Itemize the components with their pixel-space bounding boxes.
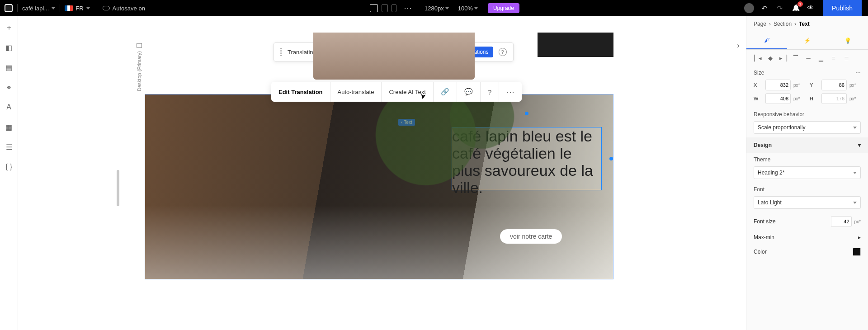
font-size-input[interactable] xyxy=(831,216,852,227)
collapse-icon: ▾ xyxy=(858,142,861,148)
canvas[interactable]: Desktop (Primary) › Translating to: Fren… xyxy=(18,16,746,330)
preview-button[interactable] xyxy=(807,4,816,12)
theme-section: Theme Heading 2* xyxy=(746,153,868,183)
comment-icon[interactable]: 💬 xyxy=(457,82,481,102)
tab-design[interactable]: 🖌 xyxy=(746,32,787,49)
x-label: X xyxy=(754,82,763,88)
align-top-icon[interactable]: ▔ xyxy=(792,54,800,61)
selected-text-element[interactable]: café lapin bleu est le café végétalien l… xyxy=(452,127,602,190)
help-icon[interactable]: ? xyxy=(481,82,499,102)
design-section-header[interactable]: Design ▾ xyxy=(746,137,868,153)
notifications-button[interactable]: 1 xyxy=(792,4,800,12)
site-name-text: café lapi... xyxy=(22,5,49,12)
notification-badge: 1 xyxy=(797,1,803,7)
size-more-icon[interactable]: ⋯ xyxy=(855,70,861,76)
create-ai-text-button[interactable]: Create AI Text xyxy=(382,82,433,102)
divider xyxy=(17,4,18,12)
upgrade-button[interactable]: Upgrade xyxy=(488,3,519,13)
viewport-width-selector[interactable]: 1280px xyxy=(425,5,449,12)
cloud-icon xyxy=(103,6,110,10)
flag-fr-icon xyxy=(65,5,73,11)
page-frame[interactable]: ‹ Text café lapin bleu est le café végét… xyxy=(145,33,613,330)
text-styles-icon[interactable]: A xyxy=(5,103,13,111)
responsive-label: Responsive behavior xyxy=(754,111,804,118)
color-swatch[interactable] xyxy=(853,248,861,256)
divider xyxy=(60,4,60,12)
data-icon[interactable]: ☰ xyxy=(5,143,13,151)
left-rail: ＋ ◧ ▤ ⚭ A ▦ ☰ { } xyxy=(0,16,18,330)
themes-icon[interactable]: ▦ xyxy=(5,123,13,131)
font-select[interactable]: Lato Light xyxy=(754,196,861,209)
panel-tabs: 🖌 ⚡ 💡 xyxy=(746,32,868,50)
align-right-icon[interactable]: ▸▕ xyxy=(779,54,787,61)
alignment-row: ▏◂ ◆ ▸▕ ▔ ─ ▁ ≡ ≣ xyxy=(746,50,868,66)
site-name-dropdown[interactable]: café lapi... xyxy=(22,5,55,12)
mobile-breakpoint-icon[interactable] xyxy=(392,4,396,12)
topbar-right: 1 Publish xyxy=(744,0,868,16)
tab-interactions[interactable]: ⚡ xyxy=(787,32,828,49)
y-input[interactable] xyxy=(821,80,847,90)
theme-select[interactable]: Heading 2* xyxy=(754,166,861,179)
redo-button[interactable] xyxy=(777,4,785,12)
viewport-width-value: 1280px xyxy=(425,5,444,12)
expand-panel-icon[interactable]: › xyxy=(733,41,743,51)
crumb-section[interactable]: Section xyxy=(774,21,792,27)
h-unit[interactable]: px* xyxy=(849,96,863,101)
crumb-text[interactable]: Text xyxy=(799,21,810,27)
chevron-down-icon xyxy=(853,127,857,129)
x-input[interactable] xyxy=(765,80,791,90)
language-selector[interactable]: FR xyxy=(65,5,90,12)
lightning-icon: ⚡ xyxy=(804,38,811,44)
more-options-icon[interactable] xyxy=(499,82,522,102)
font-size-unit[interactable]: px* xyxy=(854,219,861,224)
link-icon[interactable]: 🔗 xyxy=(434,82,457,102)
top-bar: café lapi... FR Autosave on 1280px 100% … xyxy=(0,0,868,16)
chevron-down-icon xyxy=(853,202,857,204)
back-arrow-icon: ‹ xyxy=(401,120,402,125)
maxmin-label: Max-min xyxy=(754,234,774,240)
color-label: Color xyxy=(754,249,767,255)
crumb-page[interactable]: Page xyxy=(754,21,766,27)
element-type-tag[interactable]: ‹ Text xyxy=(398,119,415,126)
autosave-label: Autosave on xyxy=(113,5,145,12)
canvas-resize-handle[interactable] xyxy=(117,170,119,206)
undo-button[interactable] xyxy=(761,4,769,12)
pages-icon[interactable]: ▤ xyxy=(5,63,13,71)
cta-button[interactable]: voir notre carte xyxy=(500,229,562,244)
align-left-icon[interactable]: ▏◂ xyxy=(754,54,762,61)
h-input[interactable] xyxy=(821,93,847,104)
font-size-section: Font size px* xyxy=(746,212,868,231)
code-icon[interactable]: { } xyxy=(5,163,13,171)
h-label: H xyxy=(810,96,819,101)
align-center-h-icon[interactable]: ◆ xyxy=(766,54,774,61)
more-breakpoints-icon[interactable] xyxy=(404,3,412,13)
app-logo-icon[interactable] xyxy=(5,4,13,12)
resize-handle-icon[interactable] xyxy=(609,157,613,160)
tab-ideas[interactable]: 💡 xyxy=(827,32,868,49)
color-section: Color xyxy=(746,244,868,259)
user-avatar-icon[interactable] xyxy=(744,3,754,13)
responsive-select[interactable]: Scale proportionally xyxy=(754,121,861,134)
rotate-handle-icon[interactable] xyxy=(525,112,528,115)
align-center-v-icon[interactable]: ─ xyxy=(804,54,812,61)
auto-translate-button[interactable]: Auto-translate xyxy=(330,82,382,102)
font-section: Font Lato Light xyxy=(746,183,868,212)
y-unit[interactable]: px* xyxy=(849,83,863,88)
tablet-breakpoint-icon[interactable] xyxy=(382,4,388,12)
desktop-breakpoint-icon[interactable] xyxy=(370,4,378,12)
connections-icon[interactable]: ⚭ xyxy=(5,83,13,91)
zoom-selector[interactable]: 100% xyxy=(458,5,478,12)
align-bottom-icon[interactable]: ▁ xyxy=(817,54,825,61)
w-unit[interactable]: px* xyxy=(793,96,807,101)
context-toolbar: Edit Translation Auto-translate Create A… xyxy=(271,82,522,102)
x-unit[interactable]: px* xyxy=(793,83,807,88)
w-input[interactable] xyxy=(765,93,791,104)
topbar-center: 1280px 100% Upgrade xyxy=(370,3,519,13)
layers-icon[interactable]: ◧ xyxy=(5,43,13,52)
maxmin-section[interactable]: Max-min ▸ xyxy=(746,231,868,244)
publish-button[interactable]: Publish xyxy=(823,0,862,16)
edit-translation-button[interactable]: Edit Translation xyxy=(271,82,330,102)
section-background-image[interactable]: ‹ Text café lapin bleu est le café végét… xyxy=(145,94,613,279)
add-element-icon[interactable]: ＋ xyxy=(5,24,13,32)
lightbulb-icon: 💡 xyxy=(844,38,851,44)
